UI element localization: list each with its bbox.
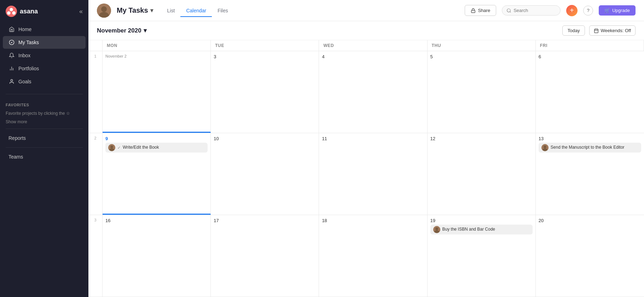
task-text: Send the Manuscript to the Book Editor (551, 145, 638, 150)
sidebar-item-inbox[interactable]: Inbox (3, 49, 86, 62)
day-num: 19 (430, 218, 533, 223)
lock-icon (471, 8, 476, 13)
calendar-day-wed-w1[interactable]: 4 (319, 51, 427, 133)
help-button[interactable]: ? (583, 6, 593, 16)
upgrade-icon: 🛒 (604, 8, 610, 13)
tab-files[interactable]: Files (212, 5, 234, 17)
calendar-day-thu-w2[interactable]: 12 (428, 133, 536, 215)
favorites-section-title: Favorites (0, 97, 88, 109)
home-icon (8, 26, 15, 32)
calendar-day-wed-w3[interactable]: 18 (319, 215, 427, 297)
task-avatar (433, 226, 440, 233)
sidebar-divider-3 (6, 147, 83, 148)
header-fri: Fri (536, 40, 644, 51)
search-input[interactable] (514, 8, 556, 13)
svg-point-10 (101, 6, 107, 12)
calendar-day-thu-w1[interactable]: 5 (428, 51, 536, 133)
calendar-day-mon-w2[interactable]: 9 ✓ Write/Edit the Book (103, 133, 211, 215)
day-num: 12 (430, 136, 533, 141)
topbar: My Tasks ▾ List Calendar Files Share + ?… (88, 0, 644, 21)
main-content: My Tasks ▾ List Calendar Files Share + ?… (88, 0, 644, 297)
weekends-label: Weekends: Off (601, 28, 631, 33)
calendar-day-wed-w2[interactable]: 11 (319, 133, 427, 215)
header-tue: Tue (211, 40, 319, 51)
task-item[interactable]: Send the Manuscript to the Book Editor (539, 143, 641, 153)
calendar-grid: Mon Tue Wed Thu Fri 1 November 2 3 (88, 40, 644, 297)
day-label: November 2 (105, 54, 208, 58)
day-num: 5 (430, 54, 533, 59)
calendar-icon (594, 28, 599, 33)
calendar-month-title[interactable]: November 2020 ▾ (97, 27, 147, 34)
sidebar-divider-1 (6, 94, 83, 94)
calendar-day-fri-w1[interactable]: 6 (536, 51, 644, 133)
task-check-icon: ✓ (117, 145, 121, 150)
sidebar-item-home-label: Home (18, 26, 31, 32)
calendar-day-tue-w1[interactable]: 3 (211, 51, 319, 133)
calendar-day-tue-w2[interactable]: 10 (211, 133, 319, 215)
page-title-area: My Tasks ▾ (117, 6, 153, 14)
collapse-sidebar-button[interactable]: « (79, 8, 83, 15)
sidebar-nav: Home My Tasks Inbox Portfolios (0, 20, 88, 91)
calendar-toolbar: November 2020 ▾ Today Weekends: Off (88, 21, 644, 40)
calendar-day-tue-w3[interactable]: 17 (211, 215, 319, 297)
header-thu: Thu (428, 40, 536, 51)
svg-point-13 (507, 8, 510, 12)
search-bar[interactable] (502, 5, 561, 16)
sidebar-item-my-tasks[interactable]: My Tasks (3, 36, 86, 49)
task-avatar (108, 144, 115, 151)
task-text: Buy the ISBN and Bar Code (442, 227, 530, 232)
show-more-link[interactable]: Show more (0, 118, 88, 126)
sidebar-item-teams[interactable]: Teams (3, 151, 86, 163)
day-num: 18 (322, 218, 424, 223)
share-label: Share (478, 8, 490, 13)
sidebar-item-home[interactable]: Home (3, 23, 86, 36)
check-circle-icon (8, 39, 15, 46)
sidebar-item-portfolios-label: Portfolios (18, 66, 39, 71)
sidebar-item-teams-label: Teams (8, 154, 23, 160)
task-text: Write/Edit the Book (123, 145, 205, 150)
svg-point-2 (7, 11, 11, 15)
tab-calendar[interactable]: Calendar (180, 5, 212, 17)
sidebar-item-my-tasks-label: My Tasks (18, 40, 39, 45)
sidebar-item-goals[interactable]: Goals (3, 75, 86, 88)
svg-rect-12 (471, 10, 475, 12)
calendar-day-fri-w2[interactable]: 13 Send the Manuscript to the Book Edito… (536, 133, 644, 215)
week-num-3: 3 (88, 215, 103, 297)
upgrade-button[interactable]: 🛒 Upgrade (599, 5, 636, 16)
calendar-week-row-3: 3 16 17 18 19 (88, 215, 644, 297)
weekends-button[interactable]: Weekends: Off (589, 25, 636, 36)
week-num-1: 1 (88, 51, 103, 133)
week-num-2: 2 (88, 133, 103, 215)
sidebar-item-goals-label: Goals (18, 79, 31, 84)
logo-text: asana (20, 8, 38, 15)
svg-rect-15 (594, 29, 598, 33)
calendar-day-mon-w3[interactable]: 16 (103, 215, 211, 297)
month-title-text: November 2020 (97, 27, 141, 34)
calendar-week-row-2: 2 9 ✓ Write/Edit the Book 10 (88, 133, 644, 215)
bell-icon (8, 52, 15, 59)
add-button[interactable]: + (566, 5, 578, 16)
calendar-day-thu-w3[interactable]: 19 Buy the ISBN and Bar Code (428, 215, 536, 297)
calendar-container: November 2020 ▾ Today Weekends: Off Mon … (88, 21, 644, 297)
header-mon: Mon (103, 40, 211, 51)
day-num: 16 (105, 218, 208, 223)
tab-list[interactable]: List (162, 5, 181, 17)
svg-point-3 (12, 11, 16, 15)
day-num: 11 (322, 136, 424, 141)
calendar-day-mon-w1[interactable]: November 2 (103, 51, 211, 133)
task-item[interactable]: ✓ Write/Edit the Book (105, 143, 208, 153)
day-num: 13 (539, 136, 641, 141)
calendar-day-fri-w3[interactable]: 20 (536, 215, 644, 297)
task-item[interactable]: Buy the ISBN and Bar Code (430, 225, 533, 234)
sidebar-item-reports[interactable]: Reports (3, 132, 86, 144)
calendar-header-row: Mon Tue Wed Thu Fri (88, 40, 644, 51)
sidebar-divider-2 (6, 129, 83, 129)
svg-point-26 (435, 227, 438, 230)
avatar (97, 4, 111, 18)
today-button[interactable]: Today (562, 25, 585, 36)
title-chevron-icon[interactable]: ▾ (150, 7, 153, 14)
person-icon (8, 78, 15, 85)
sidebar-item-portfolios[interactable]: Portfolios (3, 62, 86, 75)
share-button[interactable]: Share (465, 5, 496, 16)
week-num-header (88, 40, 103, 51)
